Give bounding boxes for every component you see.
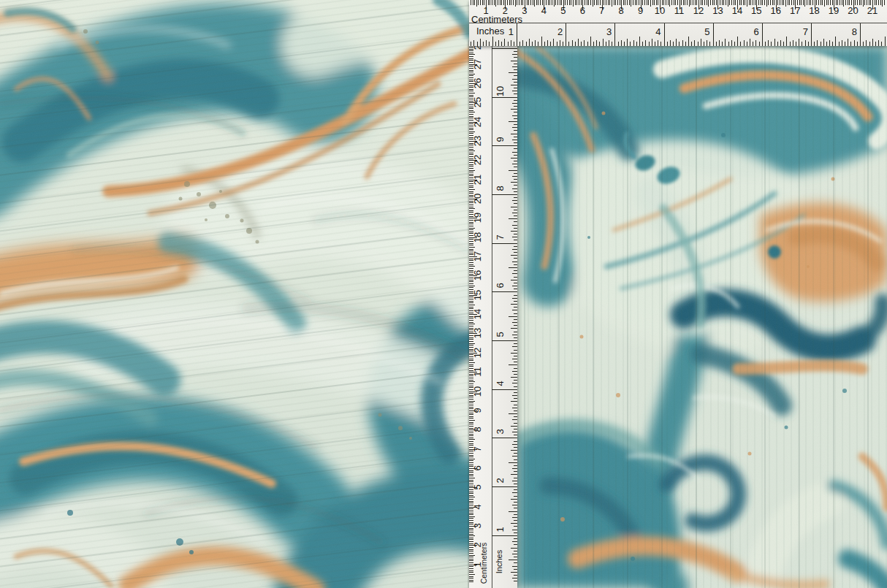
cm-tick bbox=[747, 0, 747, 7]
cm-tick bbox=[469, 445, 473, 446]
cm-number: 19 bbox=[829, 6, 839, 15]
inch-tick bbox=[701, 39, 701, 46]
inch-tick bbox=[492, 145, 517, 146]
cm-tick bbox=[469, 75, 473, 76]
cm-tick bbox=[557, 0, 558, 5]
inch-tick bbox=[509, 413, 517, 414]
inch-tick bbox=[514, 69, 518, 70]
cm-number: 2 bbox=[503, 6, 508, 15]
cm-tick bbox=[527, 0, 528, 5]
cm-tick bbox=[469, 434, 473, 435]
inch-tick bbox=[514, 319, 518, 320]
inch-number: 4 bbox=[495, 381, 505, 386]
cm-tick bbox=[832, 0, 833, 5]
inch-tick bbox=[509, 72, 517, 73]
inch-tick bbox=[514, 240, 518, 240]
inch-tick bbox=[514, 258, 518, 259]
cm-tick bbox=[598, 0, 598, 5]
cm-tick bbox=[469, 539, 473, 540]
cm-tick bbox=[567, 0, 568, 5]
inch-tick bbox=[676, 39, 677, 46]
inch-tick bbox=[740, 42, 741, 46]
cm-tick bbox=[469, 443, 473, 444]
inch-tick bbox=[866, 40, 867, 46]
inch-tick bbox=[514, 64, 518, 64]
inch-tick bbox=[514, 185, 518, 186]
inch-tick bbox=[512, 188, 518, 189]
inch-tick bbox=[514, 471, 518, 472]
cm-tick bbox=[469, 574, 475, 575]
inch-tick bbox=[514, 289, 518, 289]
cm-tick bbox=[492, 0, 492, 5]
cm-tick bbox=[469, 341, 473, 342]
inch-tick bbox=[492, 37, 493, 46]
cm-tick bbox=[875, 0, 875, 5]
inch-tick bbox=[512, 468, 518, 469]
inch-tick bbox=[526, 42, 527, 46]
inch-tick bbox=[514, 191, 518, 192]
inch-tick bbox=[630, 42, 631, 46]
cm-tick bbox=[540, 0, 541, 5]
inch-tick bbox=[514, 82, 518, 83]
inch-tick bbox=[511, 182, 518, 183]
inch-tick bbox=[832, 42, 833, 46]
cm-tick bbox=[469, 570, 473, 571]
cm-tick bbox=[469, 435, 473, 436]
inch-tick bbox=[514, 264, 518, 265]
inch-tick bbox=[808, 42, 809, 46]
cm-tick bbox=[878, 0, 879, 5]
cm-tick bbox=[764, 0, 765, 5]
cm-tick bbox=[476, 0, 477, 7]
cm-tick bbox=[469, 95, 473, 96]
inch-tick bbox=[514, 453, 518, 454]
inch-tick bbox=[514, 362, 518, 362]
inch-tick bbox=[514, 283, 518, 283]
cm-number: 2 bbox=[473, 543, 482, 548]
cm-tick bbox=[818, 0, 819, 5]
cm-tick bbox=[469, 481, 473, 482]
inch-number: 10 bbox=[495, 85, 505, 96]
cm-tick bbox=[612, 0, 612, 7]
cm-tick bbox=[469, 110, 473, 111]
cm-tick bbox=[503, 0, 504, 5]
cm-tick bbox=[494, 0, 495, 5]
cm-tick bbox=[804, 0, 805, 7]
inch-tick bbox=[511, 280, 518, 280]
cm-tick bbox=[469, 343, 475, 344]
cm-tick bbox=[620, 0, 620, 5]
inch-tick bbox=[492, 340, 517, 341]
cm-tick bbox=[797, 0, 798, 5]
cm-number: 15 bbox=[751, 6, 761, 15]
inch-tick bbox=[814, 42, 815, 46]
cm-tick bbox=[469, 495, 473, 496]
inch-tick bbox=[514, 246, 518, 247]
cm-tick bbox=[469, 534, 473, 535]
cm-number: 1 bbox=[473, 562, 482, 567]
cm-tick bbox=[745, 0, 745, 5]
cm-tick bbox=[729, 0, 730, 5]
cm-tick bbox=[469, 462, 473, 463]
inch-number: 1 bbox=[509, 27, 514, 37]
inch-tick bbox=[512, 103, 518, 104]
inch-tick bbox=[514, 179, 518, 180]
cm-number: 12 bbox=[473, 348, 482, 358]
inch-tick bbox=[509, 364, 517, 365]
inch-tick bbox=[614, 23, 615, 46]
inch-number: 1 bbox=[495, 527, 505, 532]
inch-tick bbox=[514, 118, 518, 119]
cm-tick bbox=[774, 0, 774, 5]
inch-tick bbox=[483, 42, 484, 46]
cm-number: 21 bbox=[867, 6, 878, 15]
cm-tick bbox=[469, 112, 475, 112]
cm-tick bbox=[671, 0, 672, 5]
cm-tick bbox=[617, 0, 618, 5]
inch-tick bbox=[512, 481, 518, 481]
cm-tick bbox=[750, 0, 751, 5]
cm-tick bbox=[469, 268, 473, 269]
inch-number: 5 bbox=[704, 27, 709, 37]
inch-tick bbox=[514, 551, 518, 551]
inch-tick bbox=[541, 37, 542, 46]
cm-tick bbox=[758, 0, 759, 5]
inch-tick bbox=[603, 39, 604, 46]
cm-tick bbox=[761, 0, 761, 5]
